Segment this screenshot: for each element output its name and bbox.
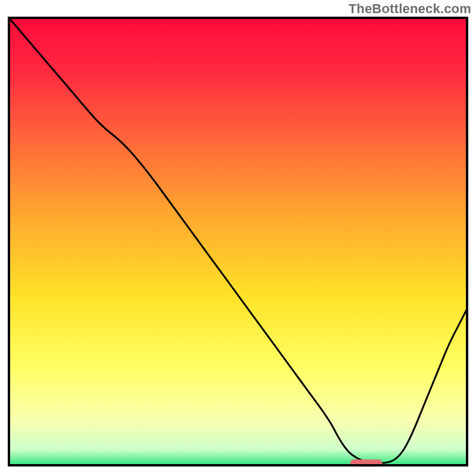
bottleneck-chart <box>0 0 476 476</box>
attribution-label: TheBottleneck.com <box>349 1 471 17</box>
chart-container: TheBottleneck.com <box>0 0 476 476</box>
plot-background <box>9 18 467 465</box>
